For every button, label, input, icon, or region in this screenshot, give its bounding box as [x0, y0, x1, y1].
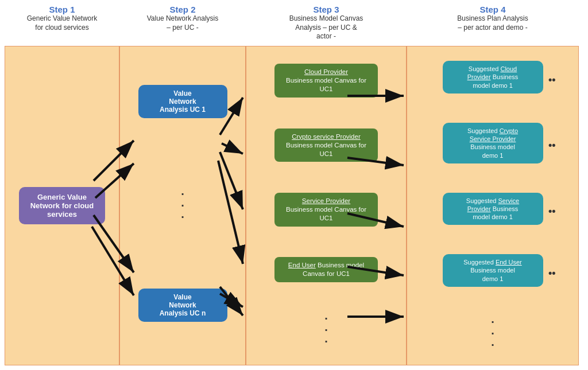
col4: Suggested CloudProvider Businessmodel de… [407, 46, 579, 365]
teal-row-2: Suggested CryptoService ProviderBusiness… [443, 123, 543, 168]
green-box-1: Cloud ProviderBusiness model Canvas for … [274, 64, 378, 98]
col3-inner: Cloud ProviderBusiness model Canvas for … [246, 46, 406, 365]
step2-header: Step 2 Value Network Analysis– per UC - [119, 5, 246, 41]
step4-title: Step 4 [479, 5, 505, 14]
step1-header: Step 1 Generic Value Networkfor cloud se… [5, 5, 119, 41]
teal-box-1: Suggested CloudProvider Businessmodel de… [443, 61, 543, 94]
col3: Cloud ProviderBusiness model Canvas for … [246, 46, 407, 365]
step2-subtitle: Value Network Analysis– per UC - [147, 14, 219, 32]
green-box-2: Crypto service Provider Business model C… [274, 128, 378, 162]
col3-dots: ··· [324, 313, 328, 347]
step3-title: Step 3 [313, 5, 339, 14]
step1-subtitle: Generic Value Networkfor cloud services [27, 14, 98, 32]
step4-subtitle: Business Plan Analysis– per actor and de… [457, 14, 528, 32]
header-row: Step 1 Generic Value Networkfor cloud se… [5, 5, 583, 41]
col2: ValueNetworkAnalysis UC 1 ··· ValueNetwo… [119, 46, 246, 365]
teal-dots-1: •• [548, 73, 556, 85]
col4-inner: Suggested CloudProvider Businessmodel de… [407, 46, 578, 365]
step4-header: Step 4 Business Plan Analysis– per actor… [407, 5, 579, 41]
step3-header: Step 3 Business Model CanvasAnalysis – p… [246, 5, 407, 41]
teal-box-4: Suggested End UserBusiness modeldemo 1 [443, 254, 543, 287]
teal-box-3: Suggested ServiceProvider Businessmodel … [443, 193, 543, 225]
teal-row-3: Suggested ServiceProvider Businessmodel … [443, 193, 543, 230]
green-box-4: End User Business model Canvas for UC1 [274, 257, 378, 282]
col1: Generic ValueNetwork for cloudservices [5, 46, 119, 365]
teal-box-2: Suggested CryptoService ProviderBusiness… [443, 123, 543, 163]
step2-title: Step 2 [169, 5, 195, 14]
col2-inner: ValueNetworkAnalysis UC 1 ··· ValueNetwo… [120, 46, 245, 365]
green-box-3: Service ProviderBusiness model Canvas fo… [274, 193, 378, 227]
col1-inner: Generic ValueNetwork for cloudservices [5, 46, 119, 365]
teal-dots-2: •• [548, 139, 556, 151]
step1-title: Step 1 [49, 5, 75, 14]
purple-box: Generic ValueNetwork for cloudservices [19, 187, 105, 224]
teal-row-4: Suggested End UserBusiness modeldemo 1 •… [443, 254, 543, 291]
col4-dots: ··· [491, 316, 494, 350]
vna-ucn-box: ValueNetworkAnalysis UC n [138, 289, 227, 322]
col2-dots: ··· [181, 188, 184, 223]
diagram-wrapper: Generic ValueNetwork for cloudservices V… [5, 46, 583, 365]
teal-row-1: Suggested CloudProvider Businessmodel de… [443, 61, 543, 98]
teal-dots-4: •• [548, 267, 556, 279]
step3-subtitle: Business Model CanvasAnalysis – per UC &… [289, 14, 363, 41]
main-container: Step 1 Generic Value Networkfor cloud se… [0, 0, 588, 370]
vna-uc1-box: ValueNetworkAnalysis UC 1 [138, 85, 227, 118]
teal-dots-3: •• [548, 205, 556, 217]
